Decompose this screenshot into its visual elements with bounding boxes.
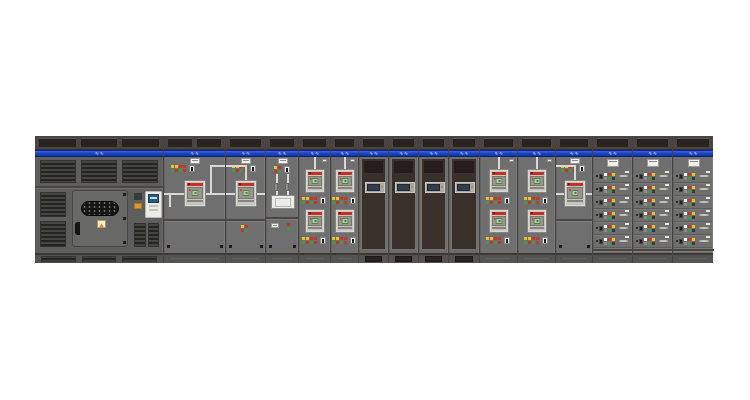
drawer-switch[interactable] <box>679 226 683 231</box>
drawer-switch[interactable] <box>679 187 683 192</box>
air-circuit-breaker[interactable] <box>305 169 325 193</box>
drawer-handle[interactable] <box>618 226 629 230</box>
cabinet-door[interactable]: ▲ <box>72 190 128 247</box>
air-circuit-breaker[interactable] <box>335 169 355 193</box>
drawer-switch[interactable] <box>679 213 683 218</box>
control-switch[interactable] <box>542 197 548 204</box>
drawer-handle[interactable] <box>658 200 669 204</box>
drawer-handle[interactable] <box>618 174 629 178</box>
drawer-switch[interactable] <box>599 239 603 244</box>
drawer-switch[interactable] <box>599 226 603 231</box>
mcc-drawer-row-5[interactable] <box>674 222 712 235</box>
drawer-switch[interactable] <box>639 187 643 192</box>
door-latch[interactable] <box>350 159 355 162</box>
air-circuit-breaker[interactable] <box>489 169 509 193</box>
hmi-display[interactable] <box>425 182 445 193</box>
drawer-handle[interactable] <box>698 226 710 230</box>
drawer-switch[interactable] <box>679 239 683 244</box>
indicator-light <box>241 229 244 232</box>
mcc-drawer-row-5[interactable] <box>634 222 671 235</box>
drawer-handle[interactable] <box>698 187 710 191</box>
indicator-light <box>608 225 611 228</box>
air-circuit-breaker[interactable] <box>489 209 509 233</box>
mcc-drawer-row-3[interactable] <box>594 196 631 209</box>
hmi-display[interactable] <box>395 182 415 193</box>
drawer-handle[interactable] <box>698 200 710 204</box>
drawer-switch[interactable] <box>639 174 643 179</box>
mcc-drawer-row-6[interactable] <box>634 235 671 248</box>
air-circuit-breaker[interactable] <box>184 180 206 207</box>
control-switch[interactable] <box>350 197 356 204</box>
drawer-indicator-pair <box>684 173 687 180</box>
control-compartment-door[interactable] <box>361 158 386 250</box>
mcc-drawer-row-6[interactable] <box>594 235 631 248</box>
control-switch[interactable] <box>350 237 356 244</box>
drawer-switch[interactable] <box>599 213 603 218</box>
mcc-drawer-row-3[interactable] <box>634 196 671 209</box>
mcc-drawer-row-4[interactable] <box>634 209 671 222</box>
hmi-display[interactable] <box>365 182 385 193</box>
drawer-handle[interactable] <box>618 213 629 217</box>
air-circuit-breaker[interactable] <box>305 209 325 233</box>
drawer-handle[interactable] <box>658 174 669 178</box>
drawer-lock-dot <box>676 240 678 242</box>
drawer-handle[interactable] <box>698 174 710 178</box>
hmi-display[interactable] <box>455 182 475 193</box>
control-switch[interactable] <box>542 237 548 244</box>
drawer-handle[interactable] <box>658 226 669 230</box>
drawer-handle[interactable] <box>698 213 710 217</box>
brand-logo-icon: ∿∿ <box>389 150 418 156</box>
air-circuit-breaker[interactable] <box>527 209 547 233</box>
control-switch[interactable] <box>189 165 195 172</box>
control-switch[interactable] <box>320 197 326 204</box>
control-switch[interactable] <box>250 165 256 172</box>
drawer-handle[interactable] <box>618 239 629 243</box>
air-circuit-breaker[interactable] <box>335 209 355 233</box>
drawer-switch[interactable] <box>639 200 643 205</box>
door-latch[interactable] <box>509 159 514 162</box>
control-switch[interactable] <box>504 237 510 244</box>
air-circuit-breaker[interactable] <box>527 169 547 193</box>
mcc-drawer-row-4[interactable] <box>674 209 712 222</box>
door-handle[interactable] <box>75 222 80 235</box>
roof-vent-band <box>633 136 672 150</box>
control-switch[interactable] <box>284 166 290 173</box>
drawer-handle[interactable] <box>618 187 629 191</box>
control-switch[interactable] <box>320 237 326 244</box>
indicator-light <box>608 229 611 232</box>
drawer-switch[interactable] <box>599 174 603 179</box>
drawer-handle[interactable] <box>658 239 669 243</box>
mcc-drawer-row-2[interactable] <box>634 183 671 196</box>
air-circuit-breaker[interactable] <box>235 180 257 207</box>
mcc-drawer-row-4[interactable] <box>594 209 631 222</box>
roof-vent-band <box>419 136 448 150</box>
mcc-drawer-row-1[interactable] <box>594 170 631 183</box>
drawer-switch[interactable] <box>639 239 643 244</box>
door-latch[interactable] <box>547 159 552 162</box>
drawer-switch[interactable] <box>639 213 643 218</box>
mcc-drawer-row-2[interactable] <box>674 183 712 196</box>
door-latch[interactable] <box>322 159 327 162</box>
control-switch[interactable] <box>504 197 510 204</box>
mcc-drawer-row-5[interactable] <box>594 222 631 235</box>
drawer-switch[interactable] <box>679 174 683 179</box>
control-compartment-door[interactable] <box>421 158 446 250</box>
drawer-switch[interactable] <box>599 200 603 205</box>
air-circuit-breaker[interactable] <box>564 180 586 207</box>
mcc-drawer-row-1[interactable] <box>634 170 671 183</box>
control-switch[interactable] <box>579 165 585 172</box>
drawer-handle[interactable] <box>698 239 710 243</box>
drawer-switch[interactable] <box>679 200 683 205</box>
mcc-drawer-row-3[interactable] <box>674 196 712 209</box>
control-compartment-door[interactable] <box>391 158 416 250</box>
drawer-switch[interactable] <box>639 226 643 231</box>
section-control-door-3: ∿∿ <box>418 136 448 263</box>
mcc-drawer-row-1[interactable] <box>674 170 712 183</box>
drawer-handle[interactable] <box>618 200 629 204</box>
mcc-drawer-row-6[interactable] <box>674 235 712 248</box>
drawer-switch[interactable] <box>599 187 603 192</box>
drawer-handle[interactable] <box>658 213 669 217</box>
control-compartment-door[interactable] <box>451 158 477 250</box>
drawer-handle[interactable] <box>658 187 669 191</box>
mcc-drawer-row-2[interactable] <box>594 183 631 196</box>
